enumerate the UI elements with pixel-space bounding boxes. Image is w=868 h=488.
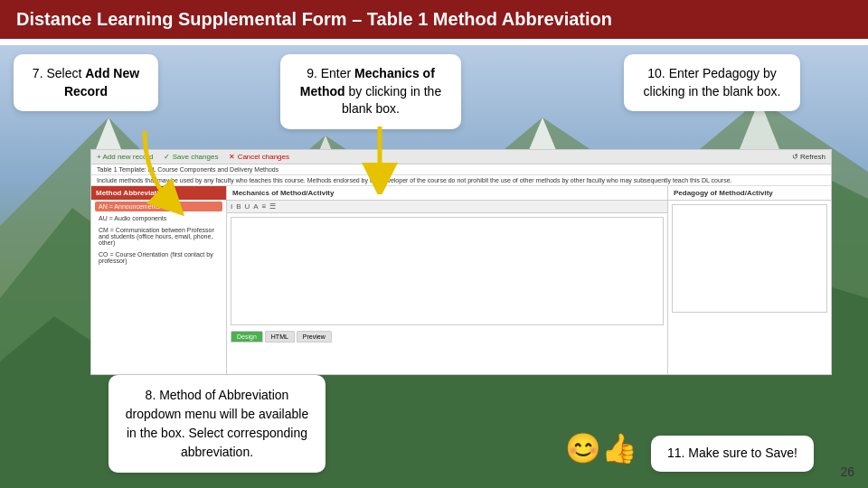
middle-toolbar: I B U A ≡ ☰ <box>227 201 667 213</box>
step10-callout: 10. Enter Pedagogy by clicking in the bl… <box>624 54 800 111</box>
header-title: Distance Learning Supplemental Form <box>16 9 347 29</box>
step8-text: dropdown menu will be available in the b… <box>126 407 308 459</box>
toolbar-bold: B <box>236 202 241 211</box>
step11-number: 11. <box>667 446 684 460</box>
toolbar-align: ≡ <box>262 202 267 211</box>
topbar-add: + Add new record <box>97 153 153 161</box>
smiley-emoji: 😊 <box>565 432 601 465</box>
middle-content-area[interactable] <box>231 217 664 325</box>
header-subtitle: – Table 1 Method Abbreviation <box>352 9 612 29</box>
emoji-area: 😊👍 <box>565 431 637 465</box>
tab-design[interactable]: Design <box>231 331 263 343</box>
step7-callout: 7. Select Add New Record <box>14 54 158 111</box>
topbar-refresh: ↺ Refresh <box>792 153 826 161</box>
toolbar-list: ☰ <box>269 202 276 211</box>
middle-header: Mechanics of Method/Activity <box>227 186 667 201</box>
screenshot-left: Method Abbreviation AN = Announcements A… <box>91 186 227 375</box>
step9-text2: by clicking in the blank box. <box>342 84 441 117</box>
step11-callout: 11. Make sure to Save! <box>651 436 814 472</box>
left-header: Method Abbreviation <box>91 186 226 200</box>
toolbar-size: A <box>253 202 258 211</box>
step7-number: 7. <box>33 66 43 80</box>
toolbar-underline: U <box>245 202 250 211</box>
step11-text: Make sure to <box>688 446 765 460</box>
screenshot-right: Pedagogy of Method/Activity <box>668 186 831 375</box>
step8-bold: Method of Abbreviation <box>159 388 288 402</box>
left-item-au[interactable]: AU = Audio components <box>95 213 222 223</box>
thumbsup-emoji: 👍 <box>601 432 637 465</box>
step9-number: 9. <box>307 66 317 80</box>
right-content-area[interactable] <box>672 204 827 313</box>
topbar-cancel: ✕ Cancel changes <box>229 153 289 161</box>
step8-callout: 8. Method of Abbreviation dropdown menu … <box>108 375 326 473</box>
step11-bold: Save! <box>765 446 797 460</box>
middle-tabs: Design HTML Preview <box>227 329 667 344</box>
screenshot-middle: Mechanics of Method/Activity I B U A ≡ ☰… <box>227 186 668 375</box>
toolbar-italic: I <box>231 202 232 211</box>
screenshot-area: + Add new record ✓ Save changes ✕ Cancel… <box>90 149 832 375</box>
page-number: 26 <box>840 465 854 479</box>
topbar-save: ✓ Save changes <box>164 153 218 161</box>
tab-preview[interactable]: Preview <box>297 331 332 343</box>
left-item-cm[interactable]: CM = Communication between Professor and… <box>95 225 222 248</box>
screenshot-topbar: + Add new record ✓ Save changes ✕ Cancel… <box>91 150 831 164</box>
step8-number: 8. <box>146 388 156 402</box>
content-area: 7. Select Add New Record 9. Enter Mechan… <box>0 45 868 488</box>
step7-text: Select <box>46 66 85 80</box>
tab-html[interactable]: HTML <box>265 331 295 343</box>
step9-callout: 9. Enter Mechanics of Method by clicking… <box>280 54 461 129</box>
info-strip2: Include methods that may be used by any … <box>91 175 831 186</box>
header-bar: Distance Learning Supplemental Form – Ta… <box>0 0 868 39</box>
step9-text: Enter <box>321 66 354 80</box>
left-selected-item[interactable]: AN = Announcements <box>95 202 222 211</box>
left-item-co[interactable]: CO = Course Orientation (first contact b… <box>95 249 222 266</box>
right-header: Pedagogy of Method/Activity <box>668 186 831 201</box>
step10-number: 10. <box>647 66 665 80</box>
screenshot-body: Method Abbreviation AN = Announcements A… <box>91 186 831 375</box>
info-strip1: Table 1 Template: DL Course Components a… <box>91 164 831 175</box>
